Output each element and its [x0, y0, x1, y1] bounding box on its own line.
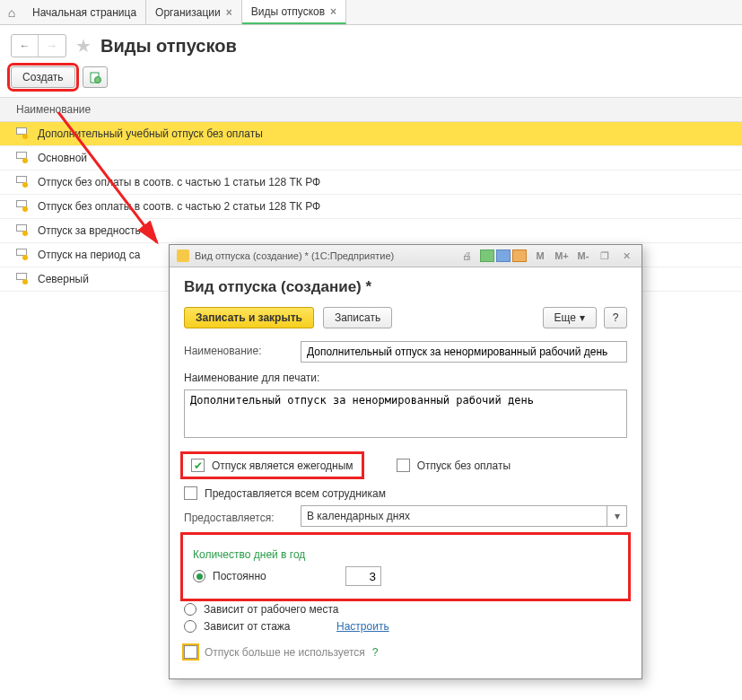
dialog-title: Вид отпуска (создание) * — [184, 278, 627, 292]
list-item[interactable]: Основной — [0, 146, 742, 171]
m-button[interactable]: M — [532, 250, 548, 261]
window-restore-icon[interactable]: ❐ — [597, 250, 613, 262]
m-minus-button[interactable]: M- — [575, 250, 591, 261]
close-icon[interactable]: × — [330, 5, 336, 18]
dialog-titlebar[interactable]: Вид отпуска (создание) * (1С:Предприятие… — [170, 245, 642, 267]
item-icon — [16, 249, 29, 261]
view-icons — [480, 249, 527, 262]
page-header: ← → ★ Виды отпусков — [0, 25, 742, 66]
close-icon[interactable]: × — [226, 6, 232, 19]
list-column-header[interactable]: Наименование — [0, 97, 742, 122]
toolbar: Создать — [0, 66, 742, 97]
nav-back-button[interactable]: ← — [12, 35, 39, 57]
tab-organizations[interactable]: Организации× — [146, 0, 242, 24]
calc-icon[interactable] — [512, 249, 527, 262]
create-button[interactable]: Создать — [11, 66, 75, 88]
item-icon — [16, 152, 29, 164]
app-icon — [177, 249, 189, 262]
grid-icon[interactable] — [480, 249, 494, 262]
item-icon — [16, 200, 29, 213]
tab-bar: ⌂ Начальная страница Организации× Виды о… — [0, 0, 742, 25]
svg-point-1 — [94, 77, 100, 83]
refresh-button[interactable] — [83, 66, 108, 88]
item-icon — [16, 224, 29, 237]
list-item[interactable]: Дополнительный учебный отпуск без оплаты — [0, 122, 742, 146]
dialog-vacation-type: Вид отпуска (создание) * (1С:Предприятие… — [169, 244, 642, 292]
window-close-icon[interactable]: ✕ — [618, 250, 634, 262]
item-icon — [16, 176, 29, 188]
list-item[interactable]: Отпуск за вредность — [0, 219, 742, 243]
list-item[interactable]: Отпуск без оплаты в соотв. с частью 1 ст… — [0, 171, 742, 195]
tab-home[interactable]: Начальная страница — [23, 0, 146, 24]
dialog-window-title: Вид отпуска (создание) * (1С:Предприятие… — [195, 250, 453, 261]
list-item[interactable]: Отпуск без оплаты в соотв. с частью 2 ст… — [0, 195, 742, 219]
favorite-icon[interactable]: ★ — [75, 35, 92, 57]
item-icon — [16, 127, 29, 140]
tab-vacation-types[interactable]: Виды отпусков× — [242, 0, 346, 24]
calendar-icon[interactable] — [496, 249, 511, 262]
item-icon — [16, 273, 29, 285]
page-title: Виды отпусков — [100, 36, 237, 57]
home-icon[interactable]: ⌂ — [0, 5, 23, 20]
print-icon[interactable]: 🖨 — [458, 250, 475, 261]
nav-forward-button[interactable]: → — [39, 35, 65, 57]
nav-buttons: ← → — [11, 34, 66, 57]
m-plus-button[interactable]: M+ — [554, 250, 570, 261]
